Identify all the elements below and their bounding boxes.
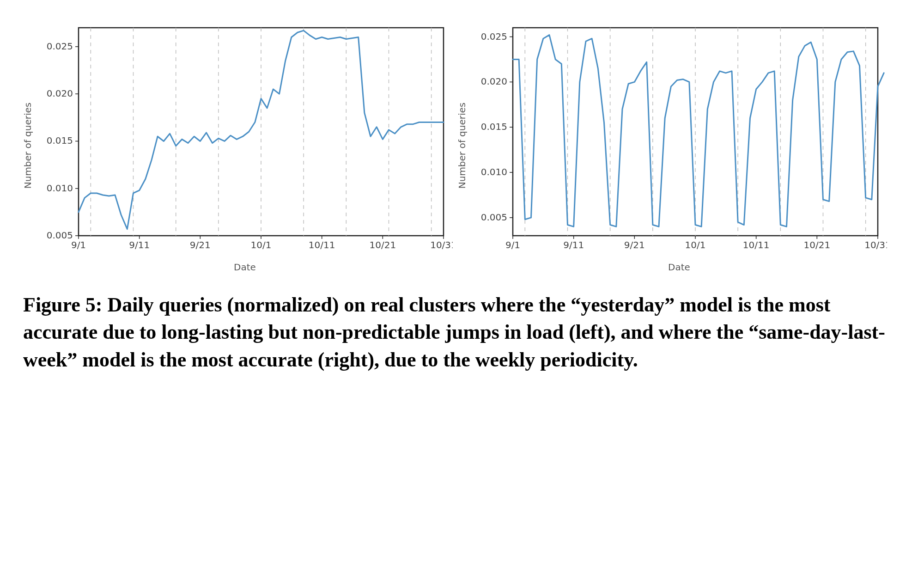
chart-right-wrap: Number of queries 0.0050.0100.0150.0200.… xyxy=(471,18,887,273)
charts-row: Number of queries 0.0050.0100.0150.0200.… xyxy=(23,18,901,273)
svg-text:10/21: 10/21 xyxy=(804,239,831,250)
svg-text:9/11: 9/11 xyxy=(563,239,584,250)
svg-text:0.015: 0.015 xyxy=(47,135,73,146)
svg-text:9/21: 9/21 xyxy=(190,239,211,250)
x-axis-label-right: Date xyxy=(471,262,887,273)
svg-text:10/1: 10/1 xyxy=(685,239,706,250)
svg-text:10/11: 10/11 xyxy=(743,239,770,250)
svg-text:10/31: 10/31 xyxy=(864,239,887,250)
svg-text:0.010: 0.010 xyxy=(481,166,507,177)
svg-text:0.005: 0.005 xyxy=(481,212,507,223)
svg-text:0.025: 0.025 xyxy=(47,41,73,52)
svg-text:10/31: 10/31 xyxy=(430,239,453,250)
svg-text:0.020: 0.020 xyxy=(47,88,73,99)
figure-caption: Figure 5: Daily queries (normalized) on … xyxy=(23,291,901,373)
svg-text:10/11: 10/11 xyxy=(309,239,335,250)
x-axis-label-left: Date xyxy=(37,262,453,273)
svg-text:10/21: 10/21 xyxy=(370,239,396,250)
svg-text:10/1: 10/1 xyxy=(251,239,272,250)
svg-text:0.025: 0.025 xyxy=(481,31,507,42)
chart-left: 0.0050.0100.0150.0200.0259/19/119/2110/1… xyxy=(37,18,453,259)
figure-container: Number of queries 0.0050.0100.0150.0200.… xyxy=(23,18,901,373)
y-axis-label-right: Number of queries xyxy=(456,103,468,189)
svg-text:0.020: 0.020 xyxy=(481,76,507,87)
svg-text:0.005: 0.005 xyxy=(47,230,73,241)
svg-text:9/1: 9/1 xyxy=(71,239,86,250)
chart-right: 0.0050.0100.0150.0200.0259/19/119/2110/1… xyxy=(471,18,887,259)
svg-text:0.010: 0.010 xyxy=(47,183,73,194)
svg-text:9/21: 9/21 xyxy=(624,239,645,250)
chart-left-wrap: Number of queries 0.0050.0100.0150.0200.… xyxy=(37,18,453,273)
svg-text:9/1: 9/1 xyxy=(505,239,520,250)
svg-text:0.015: 0.015 xyxy=(481,121,507,132)
y-axis-label-left: Number of queries xyxy=(22,103,33,189)
svg-text:9/11: 9/11 xyxy=(129,239,150,250)
